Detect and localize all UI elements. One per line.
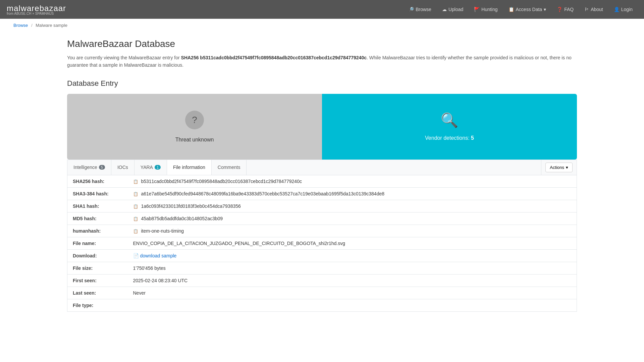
section-title: Database Entry (67, 79, 577, 88)
row-label: SHA1 hash: (67, 200, 128, 212)
faq-icon: ❓ (557, 7, 562, 12)
sha256-bold: SHA256 b5311cadc0bbd2f47549f7fc0895848ad… (181, 55, 367, 60)
breadcrumb-separator: / (31, 23, 33, 28)
row-label: File size: (67, 262, 128, 274)
main-content: MalwareBazaar Database You are currently… (0, 32, 644, 325)
nav-access-data[interactable]: 📋 Access Data ▾ (504, 4, 551, 15)
download-sample-link[interactable]: download sample (140, 253, 176, 258)
table-row: Last seen: Never (67, 287, 577, 299)
row-label: SHA3-384 hash: (67, 187, 128, 200)
table-row: File size: 1'750'456 bytes (67, 262, 577, 274)
cards-row: ? Threat unknown 🔍 Vendor detections: 5 (67, 94, 577, 160)
row-value: 📄 download sample (128, 249, 577, 262)
copy-icon[interactable]: 📋 (133, 192, 138, 196)
login-icon: 👤 (614, 7, 620, 12)
hunting-icon: 🚩 (474, 7, 480, 12)
row-value: 📋 b5311cadc0bbd2f47549f7fc0895848adb20cc… (128, 175, 577, 187)
tab-actions-container: Actions ▾ (541, 160, 577, 175)
tab-iocs[interactable]: IOCs (111, 160, 135, 175)
tab-yara-badge: 1 (155, 165, 161, 170)
vendor-icon: 🔍 (441, 112, 458, 128)
tab-intelligence-label: Intelligence (73, 165, 97, 170)
row-value: ENVIO_COPIA_DE_LA_CITACION_JUZGADO_PENAL… (128, 237, 577, 249)
nav-links: 🔎 Browse ☁ Upload 🚩 Hunting 📋 Access Dat… (404, 4, 637, 15)
tab-yara[interactable]: YARA 1 (135, 160, 167, 175)
vendor-label: Vendor detections: 5 (425, 135, 474, 141)
nav-faq[interactable]: ❓ FAQ (552, 4, 578, 15)
row-label: Last seen: (67, 287, 128, 299)
intro-text: You are currently viewing the MalwareBaz… (67, 54, 577, 69)
nav-about[interactable]: 🏳 About (580, 4, 608, 15)
browse-icon: 🔎 (408, 7, 414, 12)
access-data-icon: 📋 (508, 7, 514, 12)
nav-upload[interactable]: ☁ Upload (437, 4, 468, 15)
copy-icon[interactable]: 📋 (133, 179, 138, 184)
row-value (128, 299, 577, 311)
tab-iocs-label: IOCs (117, 165, 128, 170)
tab-comments-label: Comments (218, 165, 240, 170)
row-label: File type: (67, 299, 128, 311)
row-value: Never (128, 287, 577, 299)
brand-name: MALWAREbazaar (7, 4, 66, 13)
brand-logo[interactable]: MALWAREbazaar from ABUSE.CH × SPAMHAUS (7, 4, 66, 15)
table-row: First seen: 2025-02-24 08:23:40 UTC (67, 274, 577, 287)
threat-icon: ? (185, 111, 204, 129)
tab-spacer (247, 160, 541, 175)
table-row: Download: 📄 download sample (67, 249, 577, 262)
tab-intelligence[interactable]: Intelligence 5 (67, 160, 111, 175)
threat-card[interactable]: ? Threat unknown (67, 94, 322, 160)
nav-hunting[interactable]: 🚩 Hunting (469, 4, 502, 15)
actions-dropdown-icon: ▾ (566, 165, 568, 170)
download-file-icon: 📄 (133, 253, 139, 258)
table-row: MD5 hash: 📋 45ab875db5addfda0c3b148052ac… (67, 212, 577, 225)
breadcrumb-current: Malware sample (36, 23, 67, 28)
row-label: Download: (67, 249, 128, 262)
row-value: 2025-02-24 08:23:40 UTC (128, 274, 577, 287)
tab-file-information[interactable]: File information (167, 160, 212, 175)
actions-label: Actions (550, 165, 564, 170)
row-value: 1'750'456 bytes (128, 262, 577, 274)
breadcrumb-home[interactable]: Browse (13, 23, 28, 28)
table-row: SHA1 hash: 📋 1a6c093f4233013fd0183f3eb0c… (67, 200, 577, 212)
tab-yara-label: YARA (141, 165, 153, 170)
row-value: 📋 1a6c093f4233013fd0183f3eb0c454dca79383… (128, 200, 577, 212)
copy-icon[interactable]: 📋 (133, 204, 138, 209)
vendor-card[interactable]: 🔍 Vendor detections: 5 (322, 94, 577, 160)
threat-label: Threat unknown (175, 137, 214, 143)
table-row: humanhash: 📋 item-one-nuts-timing (67, 225, 577, 237)
tab-intelligence-badge: 5 (99, 165, 105, 170)
row-label: humanhash: (67, 225, 128, 237)
table-row: File type: (67, 299, 577, 311)
breadcrumb: Browse / Malware sample (0, 19, 644, 32)
row-label: File name: (67, 237, 128, 249)
actions-button[interactable]: Actions ▾ (545, 163, 573, 172)
table-row: SHA256 hash: 📋 b5311cadc0bbd2f47549f7fc0… (67, 175, 577, 187)
table-row: File name: ENVIO_COPIA_DE_LA_CITACION_JU… (67, 237, 577, 249)
tabs-container: Intelligence 5 IOCs YARA 1 File informat… (67, 160, 577, 175)
navbar: MALWAREbazaar from ABUSE.CH × SPAMHAUS 🔎… (0, 0, 644, 19)
intro-prefix: You are currently viewing the MalwareBaz… (67, 55, 181, 60)
copy-icon[interactable]: 📋 (133, 229, 138, 234)
tab-comments[interactable]: Comments (212, 160, 247, 175)
nav-browse[interactable]: 🔎 Browse (404, 4, 436, 15)
upload-icon: ☁ (442, 7, 447, 12)
page-title: MalwareBazaar Database (67, 39, 577, 49)
row-value: 📋 item-one-nuts-timing (128, 225, 577, 237)
table-row: SHA3-384 hash: 📋 a61e7a6be545df90cfed944… (67, 187, 577, 200)
file-info-table: SHA256 hash: 📋 b5311cadc0bbd2f47549f7fc0… (67, 175, 577, 312)
row-value: 📋 a61e7a6be545df90cfed9448678c48099fa16b… (128, 187, 577, 200)
row-label: First seen: (67, 274, 128, 287)
vendor-count: 5 (471, 135, 474, 141)
nav-login[interactable]: 👤 Login (609, 4, 637, 15)
tab-file-information-label: File information (173, 165, 205, 170)
row-label: SHA256 hash: (67, 175, 128, 187)
copy-icon[interactable]: 📋 (133, 217, 138, 221)
about-icon: 🏳 (584, 7, 589, 12)
row-value: 📋 45ab875db5addfda0c3b148052ac3b09 (128, 212, 577, 225)
row-label: MD5 hash: (67, 212, 128, 225)
